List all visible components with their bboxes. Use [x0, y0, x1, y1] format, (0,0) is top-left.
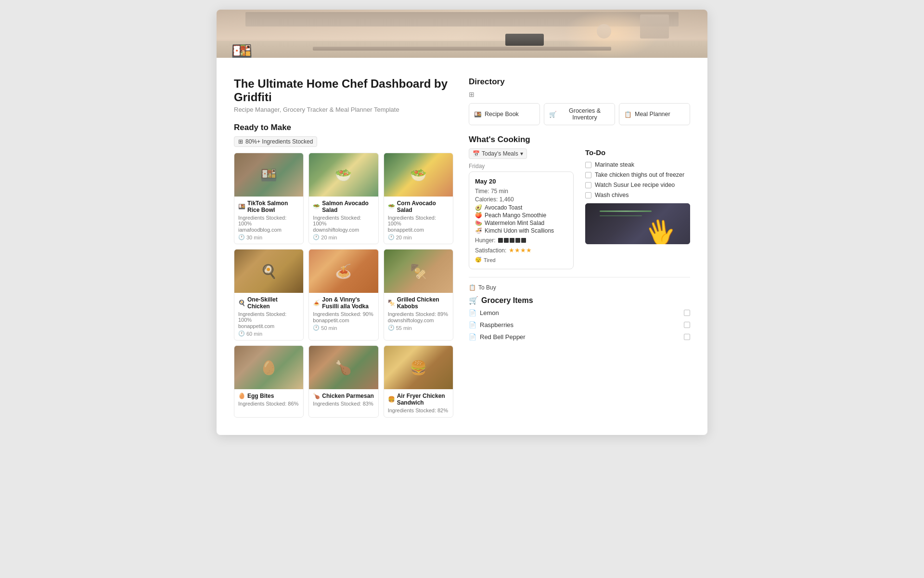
meals-filter[interactable]: 📅 Today's Meals ▾: [469, 148, 527, 159]
whats-cooking-section: What's Cooking 📅 Today's Meals ▾ Friday …: [469, 135, 690, 269]
grocery-section: 📋 To Buy 🛒 Grocery Items 📄 Lemon 📄 Raspb…: [469, 284, 690, 343]
recipe-grid: 🍱 🍱 TikTok Salmon Rice Bowl Ingredients …: [234, 153, 453, 418]
recipe-card-5[interactable]: 🍢 🍢 Grilled Chicken Kabobs Ingredients S…: [384, 249, 453, 341]
dir-btn-label-2: Meal Planner: [635, 111, 670, 118]
hunger-block-2: [510, 238, 514, 243]
banner-kitchen-bg: [217, 10, 707, 58]
recipe-stocked-3: Ingredients Stocked: 100%: [238, 311, 299, 323]
directory-buttons: 🍱Recipe Book🛒Groceries & Inventory📋Meal …: [469, 103, 690, 125]
recipe-emoji-5: 🍢: [388, 300, 395, 306]
recipe-image-0: 🍱: [234, 153, 303, 197]
todo-text-2: Watch Susur Lee recipe video: [595, 182, 675, 188]
grocery-checkbox-0[interactable]: [684, 310, 690, 316]
meal-item-name-3: Kimchi Udon with Scallions: [485, 227, 554, 234]
directory-grid-icon: ⊞: [469, 91, 690, 98]
meals-filter-icon: 📅: [473, 150, 480, 157]
recipe-card-3[interactable]: 🍳 🍳 One-Skillet Chicken Ingredients Stoc…: [234, 249, 304, 341]
recipe-card-4[interactable]: 🍝 🍝 Jon & Vinny's Fusilli alla Vodka Ing…: [308, 249, 378, 341]
hunger-blocks: [498, 238, 526, 243]
recipe-stocked-1: Ingredients Stocked: 100%: [313, 215, 374, 226]
todo-text-1: Take chicken thighs out of freezer: [595, 171, 684, 178]
recipe-card-6[interactable]: 🥚 🥚 Egg Bites Ingredients Stocked: 86%: [234, 345, 304, 418]
recipe-name-5: 🍢 Grilled Chicken Kabobs: [388, 296, 449, 310]
divider: [469, 277, 690, 277]
dir-btn-0[interactable]: 🍱Recipe Book: [469, 103, 540, 125]
recipe-emoji-1: 🥗: [313, 203, 320, 210]
todo-item-0[interactable]: Marinate steak: [585, 161, 690, 168]
recipe-card-8[interactable]: 🍔 🍔 Air Fryer Chicken Sandwich Ingredien…: [384, 345, 453, 418]
to-buy-icon: 📋: [469, 284, 476, 291]
grocery-item-left-2: 📄 Red Bell Pepper: [469, 333, 526, 341]
todo-item-1[interactable]: Take chicken thighs out of freezer: [585, 171, 690, 178]
to-buy-label[interactable]: 📋 To Buy: [469, 284, 690, 291]
recipe-emoji-0: 🍱: [238, 203, 245, 210]
grocery-item-1[interactable]: 📄 Raspberries: [469, 319, 690, 331]
grocery-checkbox-1[interactable]: [684, 322, 690, 328]
filter-badge[interactable]: ⊞ 80%+ Ingredients Stocked: [234, 136, 317, 147]
recipe-info-3: 🍳 One-Skillet Chicken Ingredients Stocke…: [234, 293, 303, 340]
dir-btn-1[interactable]: 🛒Groceries & Inventory: [544, 103, 615, 125]
clock-icon-4: 🕐: [313, 325, 320, 331]
recipe-image-2: 🥗: [384, 153, 453, 197]
meal-item-2: 🍉Watermelon Mint Salad: [475, 220, 567, 226]
dir-btn-label-1: Groceries & Inventory: [560, 107, 610, 121]
filter-label: 80%+ Ingredients Stocked: [245, 138, 313, 145]
recipe-time-2: 🕐 20 min: [388, 234, 449, 240]
dir-btn-label-0: Recipe Book: [485, 111, 519, 118]
grocery-title-row: 🛒 Grocery Items: [469, 296, 690, 305]
todo-checkbox-0[interactable]: [585, 162, 591, 168]
recipe-card-2[interactable]: 🥗 🥗 Corn Avocado Salad Ingredients Stock…: [384, 153, 453, 244]
recipe-card-7[interactable]: 🍗 🍗 Chicken Parmesan Ingredients Stocked…: [308, 345, 378, 418]
recipe-source-5: downshiftology.com: [388, 317, 449, 323]
dir-btn-emoji-0: 🍱: [474, 111, 482, 118]
grocery-item-0[interactable]: 📄 Lemon: [469, 307, 690, 319]
recipe-card-1[interactable]: 🥗 🥗 Salmon Avocado Salad Ingredients Sto…: [308, 153, 378, 244]
todo-checkbox-2[interactable]: [585, 182, 591, 188]
clock-icon-1: 🕐: [313, 234, 320, 240]
todo-item-3[interactable]: Wash chives: [585, 192, 690, 198]
recipe-source-2: bonappetit.com: [388, 227, 449, 233]
grocery-file-icon-1: 📄: [469, 321, 476, 328]
recipe-image-7: 🍗: [309, 346, 378, 389]
recipe-title-5: Grilled Chicken Kabobs: [397, 296, 449, 310]
recipe-info-0: 🍱 TikTok Salmon Rice Bowl Ingredients St…: [234, 197, 303, 244]
dir-btn-2[interactable]: 📋Meal Planner: [619, 103, 690, 125]
recipe-stocked-5: Ingredients Stocked: 89%: [388, 311, 449, 317]
todo-checkbox-3[interactable]: [585, 192, 591, 198]
recipe-title-6: Egg Bites: [247, 393, 274, 399]
recipe-image-6: 🥚: [234, 346, 303, 389]
todo-checkbox-1[interactable]: [585, 172, 591, 178]
page-wrapper: 🍱 The Ultimate Home Chef Dashboard by Gr…: [217, 10, 707, 435]
recipe-name-6: 🥚 Egg Bites: [238, 393, 299, 399]
meal-item-emoji-3: 🍜: [475, 227, 482, 234]
recipe-image-3: 🍳: [234, 250, 303, 293]
meal-item-1: 🍑Peach Mango Smoothie: [475, 212, 567, 219]
to-buy-text: To Buy: [478, 284, 496, 291]
recipe-source-3: bonappetit.com: [238, 323, 299, 329]
meal-item-name-1: Peach Mango Smoothie: [485, 212, 546, 219]
recipe-info-4: 🍝 Jon & Vinny's Fusilli alla Vodka Ingre…: [309, 293, 378, 334]
meal-item-name-0: Avocado Toast: [485, 204, 522, 211]
recipe-title-0: TikTok Salmon Rice Bowl: [247, 200, 299, 213]
recipe-card-0[interactable]: 🍱 🍱 TikTok Salmon Rice Bowl Ingredients …: [234, 153, 304, 244]
meal-date: May 20: [475, 178, 567, 185]
grocery-item-left-0: 📄 Lemon: [469, 309, 499, 316]
grocery-item-2[interactable]: 📄 Red Bell Pepper: [469, 331, 690, 343]
grocery-title: Grocery Items: [481, 296, 533, 305]
recipe-name-4: 🍝 Jon & Vinny's Fusilli alla Vodka: [313, 296, 374, 310]
grocery-file-icon-2: 📄: [469, 333, 476, 341]
todo-items-list: Marinate steakTake chicken thighs out of…: [585, 161, 690, 198]
filter-icon: ⊞: [238, 138, 243, 145]
recipe-stocked-7: Ingredients Stocked: 83%: [313, 401, 374, 407]
todo-item-2[interactable]: Watch Susur Lee recipe video: [585, 182, 690, 188]
left-column: The Ultimate Home Chef Dashboard by Grid…: [234, 66, 453, 418]
recipe-time-3: 🕐 60 min: [238, 330, 299, 337]
recipe-title-7: Chicken Parmesan: [322, 393, 373, 399]
grocery-checkbox-2[interactable]: [684, 334, 690, 340]
recipe-stocked-8: Ingredients Stocked: 82%: [388, 407, 449, 413]
hunger-block-3: [515, 238, 520, 243]
recipe-name-1: 🥗 Salmon Avocado Salad: [313, 200, 374, 213]
recipe-emoji-3: 🍳: [238, 300, 245, 306]
grocery-item-name-1: Raspberries: [480, 321, 513, 328]
recipe-name-8: 🍔 Air Fryer Chicken Sandwich: [388, 393, 449, 406]
